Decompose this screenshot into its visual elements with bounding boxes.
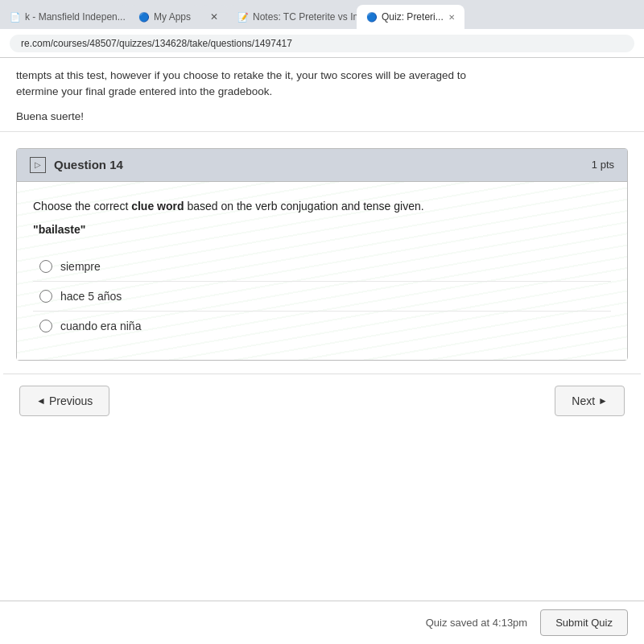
answer-option-cuando[interactable]: cuando era niña <box>33 311 611 341</box>
bottom-bar: Quiz saved at 4:13pm Submit Quiz <box>0 601 644 644</box>
intro-line2: etermine your final grade entered into t… <box>16 84 628 100</box>
question-pts: 1 pts <box>592 159 614 171</box>
option-label-cuando: cuando era niña <box>60 320 141 332</box>
prev-arrow-icon: ◄ <box>36 395 46 407</box>
buena-suerte: Buena suerte! <box>16 109 628 125</box>
previous-button[interactable]: ◄ Previous <box>19 386 109 416</box>
browser-tabs: 📄 k - Mansfield Indepen... 🔵 My Apps ✕ 📝… <box>0 0 644 29</box>
tab-icon-myapps: 🔵 <box>138 12 150 23</box>
next-label: Next <box>572 394 595 407</box>
address-bar <box>0 29 644 58</box>
clue-word-bold: clue word <box>131 200 184 213</box>
question-verb: "bailaste" <box>33 223 611 236</box>
next-button[interactable]: Next ► <box>555 386 625 416</box>
page-content: ttempts at this test, however if you cho… <box>0 58 644 644</box>
tab-notes[interactable]: 📝 Notes: TC Preterite vs Imperfe... ✕ <box>228 5 357 29</box>
intro-section: ttempts at this test, however if you cho… <box>0 58 644 132</box>
radio-siempre[interactable] <box>39 260 52 273</box>
answer-options: siempre hace 5 años cuando era niña <box>33 252 611 341</box>
tab-icon-mansfield: 📄 <box>10 12 21 23</box>
previous-label: Previous <box>49 394 93 407</box>
navigation-bar: ◄ Previous Next ► <box>3 374 641 427</box>
question-flag-icon[interactable]: ▷ <box>30 157 46 173</box>
tab-quiz-close[interactable]: ✕ <box>448 13 455 22</box>
quiz-saved-text: Quiz saved at 4:13pm <box>426 617 527 629</box>
tab-myapps[interactable]: 🔵 My Apps <box>129 5 200 29</box>
question-body: Choose the correct clue word based on th… <box>17 182 627 360</box>
answer-option-hace[interactable]: hace 5 años <box>33 281 611 311</box>
tab-quiz[interactable]: 🔵 Quiz: Preteri... ✕ <box>357 5 464 29</box>
next-arrow-icon: ► <box>598 395 608 407</box>
question-card: ▷ Question 14 1 pts Choose the correct c… <box>16 148 628 361</box>
submit-quiz-button[interactable]: Submit Quiz <box>540 609 628 636</box>
radio-cuando[interactable] <box>39 320 52 332</box>
intro-line1: ttempts at this test, however if you cho… <box>16 68 628 84</box>
answer-option-siempre[interactable]: siempre <box>33 252 611 281</box>
option-label-siempre: siempre <box>60 260 101 273</box>
tab-mansfield[interactable]: 📄 k - Mansfield Indepen... <box>0 5 129 29</box>
tab-icon-notes: 📝 <box>237 12 249 23</box>
tab-icon-quiz: 🔵 <box>366 12 378 23</box>
question-instruction: Choose the correct clue word based on th… <box>33 198 611 215</box>
radio-hace[interactable] <box>39 290 52 303</box>
question-header: ▷ Question 14 1 pts <box>17 149 627 182</box>
question-title: Question 14 <box>54 158 123 171</box>
option-label-hace: hace 5 años <box>60 290 122 303</box>
address-input[interactable] <box>10 35 634 52</box>
tab-empty[interactable]: ✕ <box>200 5 228 29</box>
